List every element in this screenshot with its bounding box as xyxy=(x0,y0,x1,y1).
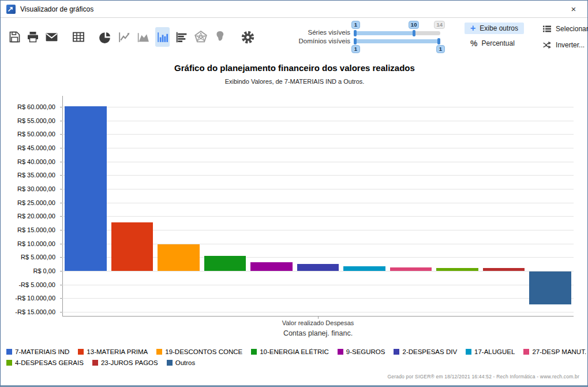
gridline xyxy=(62,298,574,299)
domains-slider-left-handle[interactable] xyxy=(354,38,357,44)
series-slider-handle[interactable] xyxy=(413,30,415,36)
x-axis-label: Valor realizado Despesas xyxy=(62,319,574,326)
legend-row: 7-MATERIAIS IND13-MATERIA PRIMA19-DESCON… xyxy=(6,348,588,355)
slider-tracks: 1 10 14 1 1 xyxy=(354,20,440,54)
x-axis-title: Contas planej. financ. xyxy=(62,329,574,337)
toolbar: Séries visíveis Domínios visíveis 1 10 1… xyxy=(1,18,587,55)
chart-app-icon xyxy=(6,5,16,14)
series-slider[interactable] xyxy=(354,31,440,35)
horizontal-bar-chart-icon xyxy=(174,30,189,44)
y-tick-label: R$ 35.000,00 xyxy=(17,172,55,178)
domains-min-badge: 1 xyxy=(351,45,360,53)
y-tick-label: -R$ 15.000,00 xyxy=(15,308,55,315)
y-tick-label: R$ 20.000,00 xyxy=(17,213,55,219)
bar-7-MATERIAIS IND xyxy=(65,106,106,270)
data-table-button[interactable] xyxy=(72,27,85,47)
gridline xyxy=(62,216,574,217)
y-tick-label: -R$ 10.000,00 xyxy=(15,295,55,302)
area-chart-button[interactable] xyxy=(136,27,151,47)
legend-label: 9-SEGUROS xyxy=(346,348,385,355)
legend-swatch-icon xyxy=(167,360,173,366)
legend-swatch-icon xyxy=(92,360,98,366)
print-button[interactable] xyxy=(26,27,40,47)
bar-4-DESPESAS GERAIS xyxy=(436,268,478,271)
legend-label: 27-DESP MANUT. PR. xyxy=(532,348,588,355)
legend-label: Outros xyxy=(175,359,196,366)
gridline xyxy=(62,271,574,271)
gridline xyxy=(62,107,574,107)
bar-chart-icon xyxy=(155,30,170,44)
legend-swatch-icon xyxy=(6,349,12,355)
y-tick xyxy=(60,230,62,230)
horizontal-bar-chart-button[interactable] xyxy=(174,27,189,47)
legend-item: 7-MATERIAIS IND xyxy=(6,348,69,355)
settings-button[interactable] xyxy=(240,27,256,47)
bar-23-JUROS PAGOS xyxy=(483,268,525,271)
domains-slider[interactable] xyxy=(354,39,440,43)
legend-label: 17-ALUGUEL xyxy=(474,348,515,355)
title-bar: Visualizador de gráficos × xyxy=(1,1,587,18)
percentual-button[interactable]: % Percentual xyxy=(465,38,524,49)
legend-label: 19-DESCONTOS CONCE xyxy=(165,348,242,355)
legend-swatch-icon xyxy=(156,349,162,355)
x-tick xyxy=(318,317,319,319)
map-chart-button[interactable] xyxy=(213,27,227,47)
chart-title: Gráfico do planejamento financeiro dos v… xyxy=(1,63,588,73)
gridline xyxy=(62,285,574,285)
bar-19-DESCONTOS CONCE xyxy=(158,244,199,270)
gridline xyxy=(62,203,574,203)
gridline xyxy=(62,162,574,162)
save-button[interactable] xyxy=(8,27,21,47)
series-max-badge: 14 xyxy=(434,21,445,29)
save-icon xyxy=(8,30,21,44)
y-tick-label: R$ 60.000,00 xyxy=(17,103,55,110)
domains-value-badge: 1 xyxy=(436,45,445,53)
legend-label: 2-DESPESAS DIV xyxy=(402,348,457,355)
series-slider-left-handle[interactable] xyxy=(354,30,357,36)
y-tick xyxy=(60,271,62,271)
selecionar-button[interactable]: Selecionar... xyxy=(537,23,588,35)
print-icon xyxy=(26,30,40,44)
y-tick xyxy=(60,203,62,203)
inverter-button[interactable]: Inverter... xyxy=(537,39,588,51)
y-tick xyxy=(60,216,62,217)
legend-swatch-icon xyxy=(523,349,529,355)
radar-chart-button[interactable] xyxy=(193,27,208,47)
line-chart-button[interactable] xyxy=(117,27,132,47)
pie-chart-button[interactable] xyxy=(98,27,113,47)
legend-label: 10-ENERGIA ELÉTRIC xyxy=(260,348,329,355)
exibe-outros-button[interactable]: + Exibe outros xyxy=(465,23,524,34)
legend-swatch-icon xyxy=(251,349,257,355)
map-chart-icon xyxy=(213,30,227,44)
bar-27-DESP MANUT. PR. xyxy=(390,267,432,271)
gridline xyxy=(62,121,574,121)
chart-subtitle: Exibindo Valores, de 7-MATERIAIS IND a O… xyxy=(1,78,588,85)
bar-chart-button[interactable] xyxy=(155,27,170,47)
close-icon[interactable]: × xyxy=(567,3,580,16)
y-tick xyxy=(60,257,62,258)
inverter-label: Inverter... xyxy=(556,41,585,49)
bar-Outros xyxy=(529,271,571,304)
y-tick-label: R$ 0,00 xyxy=(33,267,55,274)
y-tick-label: R$ 50.000,00 xyxy=(17,131,55,137)
legend: 7-MATERIAIS IND13-MATERIA PRIMA19-DESCON… xyxy=(6,348,588,366)
legend-swatch-icon xyxy=(78,349,84,355)
y-tick-label: R$ 40.000,00 xyxy=(17,158,55,165)
table-icon xyxy=(72,30,85,44)
legend-item: 4-DESPESAS GERAIS xyxy=(6,359,84,366)
plus-icon: + xyxy=(470,24,475,32)
gridline xyxy=(62,312,574,312)
y-tick-label: R$ 25.000,00 xyxy=(17,199,55,206)
y-tick xyxy=(60,148,62,148)
legend-item: Outros xyxy=(167,359,196,366)
email-button[interactable] xyxy=(44,27,59,47)
domains-slider-handle[interactable] xyxy=(437,38,440,44)
pie-chart-icon xyxy=(98,30,113,44)
y-tick xyxy=(60,285,62,285)
y-tick-label: R$ 10.000,00 xyxy=(17,240,55,247)
gridline xyxy=(62,148,574,148)
legend-swatch-icon xyxy=(394,349,399,355)
bar-13-MATERIA PRIMA xyxy=(111,222,153,271)
bar-2-DESPESAS DIV xyxy=(297,264,339,271)
y-tick xyxy=(60,134,62,135)
